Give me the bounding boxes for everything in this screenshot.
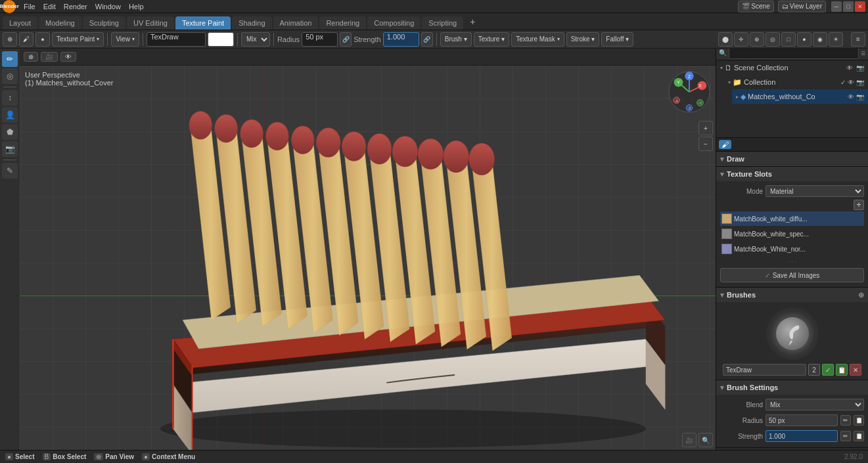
strength-copy-btn[interactable]: 📋 xyxy=(854,431,864,441)
annotate-tool-btn[interactable]: ✎ xyxy=(2,163,18,179)
strength-row: Strength 1.000 ✏ 📋 xyxy=(720,429,864,443)
context-label: Context Menu xyxy=(152,453,195,460)
brush-settings-header[interactable]: ▾ Brush Settings xyxy=(716,380,868,395)
mask-tool-btn[interactable]: 📷 xyxy=(2,141,18,157)
strength-link-btn[interactable]: 🔗 xyxy=(421,32,433,47)
blend-select[interactable]: Mix xyxy=(765,399,864,410)
strength-pen-btn[interactable]: ✏ xyxy=(840,431,851,441)
mode-select[interactable]: Material xyxy=(765,185,864,197)
menu-file[interactable]: File xyxy=(20,2,39,11)
shading-solid-btn[interactable]: ● xyxy=(797,32,811,47)
shading-material-btn[interactable]: ◉ xyxy=(813,32,827,47)
outliner-row-scene-collection[interactable]: ▾ 🗋 Scene Collection 👁 📷 xyxy=(716,60,868,75)
fill-tool-btn[interactable]: ⬟ xyxy=(2,124,18,140)
radius-copy-btn[interactable]: 📋 xyxy=(854,415,864,426)
tab-modeling[interactable]: Modeling xyxy=(39,16,81,30)
viewport-nav-btn[interactable]: 🔍 xyxy=(698,433,713,447)
scene-coll-render-icon[interactable]: 📷 xyxy=(856,64,864,72)
brush-name-field[interactable]: TexDraw xyxy=(723,364,806,376)
viewport-camera-btn[interactable]: 🎥 xyxy=(682,433,697,447)
proportional-btn[interactable]: ◎ xyxy=(765,32,780,47)
obj-render-icon[interactable]: 📷 xyxy=(856,93,864,100)
add-texture-slot-btn[interactable]: + xyxy=(854,200,864,210)
coll-render-icon[interactable]: 📷 xyxy=(856,79,864,86)
close-btn[interactable]: ✕ xyxy=(855,1,865,12)
coll-eye-icon[interactable]: 👁 xyxy=(848,79,854,86)
menu-help[interactable]: Help xyxy=(125,2,148,11)
brushes-expand-icon[interactable]: ⊕ xyxy=(858,291,864,299)
menu-render[interactable]: Render xyxy=(60,2,91,11)
bs-strength-label: Strength xyxy=(720,433,763,440)
brush-delete-btn[interactable]: ✕ xyxy=(850,364,861,376)
viewport-overlay-btn[interactable]: ⬤ xyxy=(718,32,733,47)
snap-btn[interactable]: ⊕ xyxy=(750,32,764,47)
texture-slot-2[interactable]: MatchBook_white_spec... xyxy=(720,227,864,241)
zoom-out-btn[interactable]: − xyxy=(698,137,713,151)
minimize-btn[interactable]: ─ xyxy=(831,1,842,12)
shading-rendered-btn[interactable]: ☀ xyxy=(829,32,843,47)
soften-tool-btn[interactable]: ◎ xyxy=(2,68,18,84)
brush-copy-btn[interactable]: 📋 xyxy=(836,364,848,376)
falloff-dropdown-btn[interactable]: Falloff ▾ xyxy=(601,32,633,47)
texture-mask-dropdown-btn[interactable]: Texture Mask ▾ xyxy=(511,32,564,47)
brush-dropdown-btn[interactable]: Brush ▾ xyxy=(440,32,472,47)
brush-name-input[interactable]: TexDraw xyxy=(147,32,206,47)
menu-edit[interactable]: Edit xyxy=(39,2,60,11)
shading-wireframe-btn[interactable]: □ xyxy=(781,32,796,47)
tab-uv-editing[interactable]: UV Editing xyxy=(127,16,174,30)
strength-field[interactable]: 1.000 xyxy=(383,32,419,47)
radius-pen-btn[interactable]: ✏ xyxy=(840,415,851,426)
tab-shading[interactable]: Shading xyxy=(232,16,271,30)
viewport-type-btn[interactable]: 🎥 xyxy=(41,52,58,62)
outliner-row-collection[interactable]: ▾ 📁 Collection ✓ 👁 📷 xyxy=(724,75,868,89)
viewport-mode-icon[interactable]: ⊕ xyxy=(24,52,38,62)
tab-rendering[interactable]: Rendering xyxy=(319,16,366,30)
active-tool-icon[interactable]: 🖌 xyxy=(719,140,731,149)
stroke-dropdown-btn[interactable]: Stroke ▾ xyxy=(566,32,600,47)
brushes-header[interactable]: ▾ Brushes ⊕ xyxy=(716,288,868,302)
color-picker-swatch[interactable] xyxy=(208,32,234,47)
tab-sculpting[interactable]: Sculpting xyxy=(83,16,126,30)
texture-dropdown-btn[interactable]: Texture ▾ xyxy=(474,32,510,47)
clone-tool-btn[interactable]: 👤 xyxy=(2,107,18,123)
bs-strength-field[interactable]: 1.000 xyxy=(765,430,838,442)
outliner-search-input[interactable] xyxy=(729,47,859,59)
filter-btn[interactable]: ≡ xyxy=(851,32,865,47)
draw-tool-btn[interactable]: ✏ xyxy=(2,51,18,67)
zoom-in-btn[interactable]: + xyxy=(698,121,713,135)
coll-vis-icon[interactable]: ✓ xyxy=(840,79,846,86)
view-btn[interactable]: View ▾ xyxy=(111,32,139,47)
smear-tool-btn[interactable]: ↕ xyxy=(2,90,18,106)
save-all-images-btn[interactable]: ✓ Save All Images xyxy=(720,268,864,282)
outliner-row-object[interactable]: ▸ ◆ Matches_without_Co 👁 📷 xyxy=(732,89,868,104)
filter-icon-outliner[interactable]: ≡ xyxy=(861,49,865,58)
draw-header[interactable]: ▾ Draw xyxy=(716,152,868,166)
radius-field[interactable]: 50 px xyxy=(302,32,338,47)
draw-mode-icon[interactable]: ● xyxy=(35,32,50,47)
mode-icon-btn[interactable]: ⊕ xyxy=(3,32,17,47)
scene-coll-eye-icon[interactable]: 👁 xyxy=(846,64,853,72)
viewport-gizmo-btn[interactable]: ✛ xyxy=(734,32,748,47)
tab-compositing[interactable]: Compositing xyxy=(367,16,421,30)
texture-slot-3[interactable]: MatchBook_White_nor... xyxy=(720,242,864,256)
brush-save-btn[interactable]: ✓ xyxy=(822,364,834,376)
tab-layout[interactable]: Layout xyxy=(3,16,37,30)
texture-slot-1[interactable]: MatchBook_white_diffu... xyxy=(720,211,864,226)
maximize-btn[interactable]: □ xyxy=(843,1,854,12)
paint-mode-btn[interactable]: 🖌 xyxy=(19,32,34,47)
texture-dropdown-label: Texture ▾ xyxy=(478,35,505,43)
obj-eye-icon[interactable]: 👁 xyxy=(848,93,854,100)
blend-mode-select[interactable]: Mix xyxy=(241,32,270,47)
texture-slots-header[interactable]: ▾ Texture Slots xyxy=(716,167,868,181)
texture-paint-mode-dropdown[interactable]: Texture Paint ▾ xyxy=(52,32,104,47)
object-info-overlay: User Perspective (1) Matches_without_Cov… xyxy=(25,71,114,87)
bs-radius-field[interactable]: 50 px xyxy=(765,414,838,426)
tab-scripting[interactable]: Scripting xyxy=(422,16,463,30)
viewport-perspective-btn[interactable]: 👁 xyxy=(60,52,76,62)
menu-window[interactable]: Window xyxy=(91,2,125,11)
radius-link-btn[interactable]: 🔗 xyxy=(340,32,352,47)
tab-animation[interactable]: Animation xyxy=(273,16,319,30)
tab-texture-paint[interactable]: Texture Paint xyxy=(175,16,231,30)
coll-icon: 📁 xyxy=(733,78,742,87)
add-workspace-btn[interactable]: + xyxy=(465,14,480,30)
